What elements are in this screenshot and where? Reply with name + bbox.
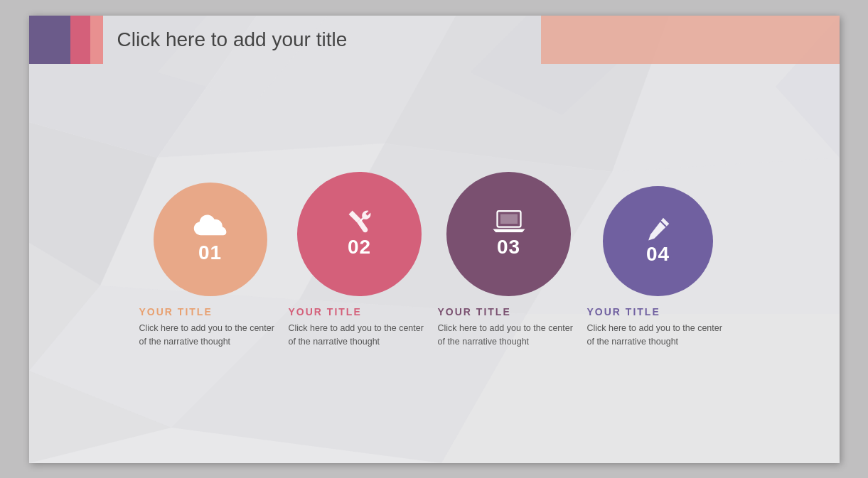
tools-icon <box>343 209 377 234</box>
circle-1-number: 01 <box>198 241 222 264</box>
title-4[interactable]: YOUR TITLE <box>587 306 729 317</box>
header: Click here to add your title <box>29 16 840 64</box>
cloud-icon <box>193 214 227 240</box>
block-pink <box>70 16 90 64</box>
circle-2[interactable]: 02 <box>297 172 422 296</box>
block-light-pink <box>90 16 103 64</box>
header-accent-bar <box>541 16 840 64</box>
circle-2-number: 02 <box>348 236 371 259</box>
circle-4-number: 04 <box>646 243 670 266</box>
item-1: 01 YOUR TITLE Click here to add you to t… <box>136 183 285 349</box>
item-4: 04 YOUR TITLE Click here to add you to t… <box>584 186 733 349</box>
item-2: 02 YOUR TITLE Click here to add you to t… <box>285 172 434 349</box>
circles-row: 01 YOUR TITLE Click here to add you to t… <box>136 172 733 349</box>
text-block-2: YOUR TITLE Click here to add you to the … <box>289 306 431 349</box>
header-title[interactable]: Click here to add your title <box>103 28 541 51</box>
title-2[interactable]: YOUR TITLE <box>289 306 431 317</box>
text-block-3: YOUR TITLE Click here to add you to the … <box>438 306 580 349</box>
svg-rect-17 <box>500 214 518 224</box>
item-3: 03 YOUR TITLE Click here to add you to t… <box>434 172 584 349</box>
circle-4[interactable]: 04 <box>603 186 713 296</box>
title-1[interactable]: YOUR TITLE <box>139 306 282 317</box>
text-block-4: YOUR TITLE Click here to add you to the … <box>587 306 729 349</box>
desc-1[interactable]: Click here to add you to the center of t… <box>139 322 282 349</box>
desc-4[interactable]: Click here to add you to the center of t… <box>587 322 729 349</box>
pen-icon <box>641 216 675 241</box>
slide: Click here to add your title 01 YOUR TIT… <box>29 16 840 463</box>
text-block-1: YOUR TITLE Click here to add you to the … <box>139 306 282 349</box>
circle-1[interactable]: 01 <box>154 183 267 296</box>
circle-3-number: 03 <box>497 236 520 259</box>
desc-2[interactable]: Click here to add you to the center of t… <box>289 322 431 349</box>
laptop-icon <box>492 209 526 234</box>
title-3[interactable]: YOUR TITLE <box>438 306 580 317</box>
desc-3[interactable]: Click here to add you to the center of t… <box>438 322 580 349</box>
block-purple <box>29 16 70 64</box>
header-left-blocks <box>29 16 103 64</box>
circle-3[interactable]: 03 <box>446 172 571 296</box>
main-content: 01 YOUR TITLE Click here to add you to t… <box>29 72 840 463</box>
